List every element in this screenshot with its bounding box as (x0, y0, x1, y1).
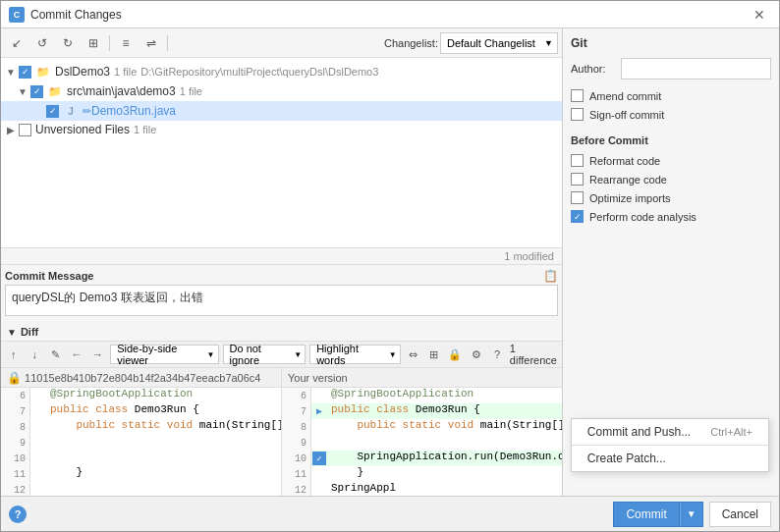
window-title: Commit Changes (30, 8, 122, 22)
svg-text:C: C (14, 10, 21, 20)
tree-expand-icon: ▼ (17, 85, 28, 97)
rearrange-checkbox[interactable] (571, 173, 584, 186)
refresh-btn[interactable]: ↺ (30, 32, 54, 54)
commit-message-icon: 📋 (543, 269, 558, 283)
optimize-checkbox[interactable] (571, 191, 584, 204)
author-label: Author: (571, 63, 615, 75)
diff-right-panel: Your version 6 @SpringBootApplication 7 … (282, 368, 562, 496)
diff-compare-btn[interactable]: ✎ (47, 345, 64, 364)
move-to-changelist-btn[interactable]: ↙ (5, 32, 28, 54)
reformat-label: Reformat code (589, 155, 660, 167)
diff-next-btn[interactable]: ↓ (26, 345, 42, 364)
cancel-button[interactable]: Cancel (709, 502, 771, 527)
expand-btn[interactable]: ⊞ (82, 32, 105, 54)
diff-line-checkbox[interactable]: ✓ (312, 452, 326, 465)
amend-commit-label: Amend commit (589, 90, 661, 102)
diff-align-btn[interactable]: ⇔ (405, 345, 421, 364)
commit-push-shortcut: Ctrl+Alt+ (710, 426, 752, 438)
optimize-row: Optimize imports (571, 191, 771, 204)
reformat-row: Reformat code (571, 154, 771, 167)
diff-line: 9 (1, 435, 281, 451)
diff-lock-btn[interactable]: 🔒 (447, 345, 464, 364)
perform-checkbox[interactable]: ✓ (571, 210, 584, 223)
app-icon: C (9, 7, 25, 23)
diff-right-lines: 6 @SpringBootApplication 7 ▶ public clas… (282, 388, 562, 496)
left-panel: ↙ ↺ ↻ ⊞ ≡ ⇌ Changelist: Default Changeli… (1, 28, 563, 496)
diff-viewer-dropdown[interactable]: Side-by-side viewer ▼ (110, 345, 218, 364)
changelist-dropdown[interactable]: Default Changelist ▼ (440, 32, 558, 54)
diff-line: 11 } (282, 466, 562, 482)
diff-line: 10 ✓ SpringApplication.run(Demo3Run.clas (282, 451, 562, 466)
perform-label: Perform code analysis (589, 211, 696, 223)
files-toolbar: ↙ ↺ ↻ ⊞ ≡ ⇌ Changelist: Default Changeli… (1, 28, 562, 58)
file-tree: ▼ ✓ 📁 DslDemo3 1 file D:\GitRepository\m… (1, 58, 562, 247)
group-btn[interactable]: ⇌ (139, 32, 163, 54)
tree-checkbox[interactable] (19, 124, 31, 136)
perform-row: ✓ Perform code analysis (571, 210, 771, 223)
before-commit-title: Before Commit (571, 134, 771, 146)
commit-button[interactable]: Commit (613, 502, 679, 527)
list-item[interactable]: ▶ Unversioned Files 1 file (1, 121, 562, 138)
diff-toolbar: ↑ ↓ ✎ ← → Side-by-side viewer ▼ Do not i… (1, 341, 562, 368)
diff-highlight-dropdown[interactable]: Highlight words ▼ (309, 345, 401, 364)
rearrange-label: Rearrange code (589, 174, 667, 186)
help-button[interactable]: ? (9, 505, 27, 523)
diff-line: 8 public static void main(String[] args (1, 419, 281, 435)
commit-message-area: Commit Message 📋 queryDSL的 Demo3 联表返回，出错 (1, 264, 562, 323)
sep1 (109, 35, 110, 51)
list-item[interactable]: ▼ ✓ 📁 src\main\java\demo3 1 file (1, 81, 562, 101)
list-item[interactable]: ▼ ✓ 📁 DslDemo3 1 file D:\GitRepository\m… (1, 62, 562, 81)
jump-to-source-btn[interactable]: ↻ (56, 32, 80, 54)
commit-dropdown-button[interactable]: ▼ (680, 502, 703, 527)
bottom-bar: ? Commit ▼ Cancel (1, 496, 779, 531)
amend-commit-row: Amend commit (571, 89, 771, 102)
diff-settings-btn[interactable]: ⚙ (468, 345, 484, 364)
diff-back-btn[interactable]: ← (68, 345, 84, 364)
diff-help-btn[interactable]: ? (488, 345, 505, 364)
reformat-checkbox[interactable] (571, 154, 584, 167)
author-row: Author: (571, 58, 771, 80)
commit-message-input[interactable]: queryDSL的 Demo3 联表返回，出错 (5, 285, 558, 316)
optimize-label: Optimize imports (589, 192, 671, 204)
dropdown-icon: ▼ (207, 350, 215, 359)
close-button[interactable]: ✕ (748, 5, 771, 25)
bottom-left: ? (9, 505, 27, 523)
tree-checkbox[interactable]: ✓ (30, 85, 43, 98)
diff-fwd-btn[interactable]: → (89, 345, 106, 364)
diff-line: 7 ▶ public class Demo3Run { (282, 403, 562, 419)
amend-commit-checkbox[interactable] (571, 89, 584, 102)
tree-checkbox[interactable]: ✓ (19, 66, 31, 79)
diff-right-header: Your version (282, 368, 562, 388)
tree-checkbox[interactable]: ✓ (46, 105, 59, 118)
diff-expand-icon: ▼ (7, 327, 17, 338)
diff-left-panel: 🔒 11015e8b410b72e804b14f2a34b47eeacb7a06… (1, 368, 282, 496)
diff-left-lines: 6 @SpringBootApplication 7 public class … (1, 388, 281, 496)
sep2 (167, 35, 168, 51)
signoff-commit-label: Sign-off commit (589, 109, 664, 121)
context-menu: Commit and Push... Ctrl+Alt+ Create Patc… (571, 418, 769, 472)
diff-prev-btn[interactable]: ↑ (5, 345, 22, 364)
file-modified-icon: ✏ (83, 105, 91, 118)
list-item[interactable]: ▶ ✓ J ✏ Demo3Run.java (1, 101, 562, 121)
collapse-btn[interactable]: ≡ (114, 32, 138, 54)
diff-arrow-icon: ▶ (316, 405, 322, 417)
diff-line: 12 SpringAppl (282, 482, 562, 496)
signoff-commit-checkbox[interactable] (571, 108, 584, 121)
diff-left-header: 🔒 11015e8b410b72e804b14f2a34b47eeacb7a06… (1, 368, 281, 388)
diff-line: 7 public class Demo3Run { (1, 403, 281, 419)
lock-icon: 🔒 (7, 371, 22, 385)
git-section-title: Git (571, 36, 771, 50)
bottom-right: Commit ▼ Cancel (613, 502, 771, 527)
diff-content: 🔒 11015e8b410b72e804b14f2a34b47eeacb7a06… (1, 368, 562, 496)
folder-icon: 📁 (47, 83, 63, 99)
diff-count: 1 difference (510, 343, 558, 366)
diff-ignore-dropdown[interactable]: Do not ignore ▼ (223, 345, 306, 364)
rearrange-row: Rearrange code (571, 173, 771, 186)
create-patch-item[interactable]: Create Patch... (572, 446, 768, 471)
diff-columns-btn[interactable]: ⊞ (425, 345, 442, 364)
author-input[interactable] (621, 58, 771, 80)
diff-line: 9 (282, 435, 562, 451)
dropdown-icon: ▼ (389, 350, 397, 359)
tree-expand-icon: ▼ (5, 66, 17, 78)
commit-and-push-item[interactable]: Commit and Push... Ctrl+Alt+ (572, 419, 768, 445)
